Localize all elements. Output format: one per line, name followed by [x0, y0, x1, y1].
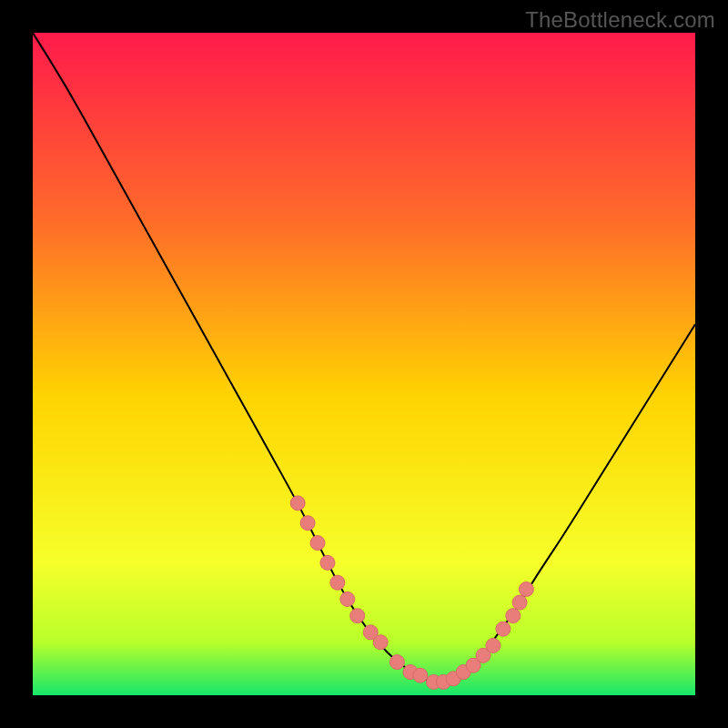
gradient-rect	[33, 33, 695, 695]
highlight-dot	[340, 592, 355, 606]
highlight-dot	[350, 609, 365, 623]
highlight-dot	[413, 668, 428, 682]
highlight-dot	[519, 582, 533, 597]
watermark-text: TheBottleneck.com	[525, 7, 715, 33]
highlight-dot	[330, 575, 345, 590]
highlight-dot	[290, 496, 305, 511]
highlight-dot	[310, 536, 325, 551]
plot-area	[33, 33, 695, 695]
chart-frame: TheBottleneck.com	[0, 0, 728, 728]
highlight-dot	[373, 635, 388, 650]
highlight-dot	[300, 516, 315, 531]
highlight-dot	[389, 655, 404, 670]
highlight-dot	[506, 609, 521, 623]
chart-svg	[33, 33, 695, 695]
highlight-dot	[320, 555, 335, 570]
highlight-dot	[496, 622, 511, 636]
highlight-dot	[486, 638, 500, 652]
highlight-dot	[512, 595, 527, 610]
